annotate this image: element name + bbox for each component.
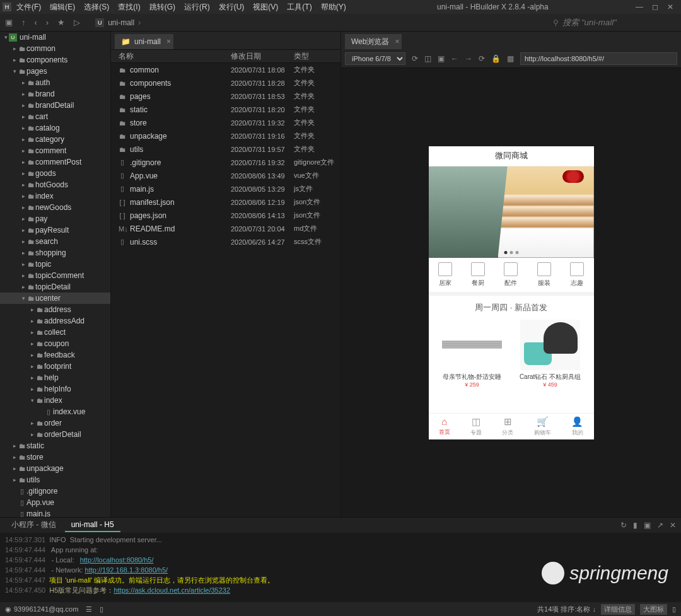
list-item[interactable]: 🖿pages2020/07/31 18:53文件夹 [111,90,340,103]
browser-toolbar-icon[interactable]: ▦ [507,54,514,63]
toolbar-icon[interactable]: ▣ [5,18,13,27]
tree-item[interactable]: ▸🖿brandDetail [0,100,110,111]
expand-icon[interactable]: ▸ [20,136,26,142]
url-input[interactable] [520,52,677,65]
device-select[interactable]: iPhone 6/7/8 [345,52,405,65]
tree-item[interactable]: ▸🖿orderDetail [0,429,110,440]
expand-icon[interactable]: ▸ [20,113,26,120]
expand-icon[interactable]: ▸ [29,340,35,347]
expand-icon[interactable]: ▾ [29,397,35,404]
list-item[interactable]: 🖿common2020/07/31 18:08文件夹 [111,63,340,76]
nav-tab[interactable]: ◫专题 [470,416,482,437]
menu-item[interactable]: 帮助(Y) [317,1,350,14]
view-mode-chip[interactable]: 详细信息 [601,604,635,615]
tab-close-icon[interactable]: × [166,37,171,46]
expand-icon[interactable]: ▸ [20,193,26,199]
tree-item[interactable]: ▸🖿store [0,451,110,463]
tree-item[interactable]: ▸🖿topicComment [0,270,110,281]
nav-tab[interactable]: ⌂首页 [439,416,450,436]
expand-icon[interactable]: ▸ [20,238,26,245]
category-item[interactable]: 配件 [504,262,518,288]
menu-item[interactable]: 编辑(E) [46,1,79,14]
expand-icon[interactable]: ▸ [29,431,35,438]
expand-icon[interactable]: ▸ [29,318,35,324]
tree-item[interactable]: ▸🖿unpackage [0,463,110,474]
expand-icon[interactable]: ▸ [20,227,26,233]
expand-icon[interactable]: ▸ [29,363,35,369]
tree-item[interactable]: ▸🖿index [0,190,110,202]
expand-icon[interactable]: ▸ [20,284,26,290]
view-mode-chip[interactable]: 大图标 [640,604,667,615]
tree-item[interactable]: ▸🖿components [0,54,110,66]
tree-item[interactable]: ▸🖿address [0,304,110,315]
list-header[interactable]: 名称 修改日期 类型 [111,49,340,63]
nav-tab[interactable]: 🛒购物车 [534,416,551,437]
maximize-icon[interactable]: ◻ [652,3,658,11]
expand-icon[interactable]: ▸ [20,204,26,211]
status-icon[interactable]: ▯ [100,605,103,613]
expand-icon[interactable]: ▸ [20,182,26,188]
browser-toolbar-icon[interactable]: ◫ [424,54,431,63]
tree-item[interactable]: ▸🖿brand [0,88,110,100]
expand-icon[interactable]: ▸ [20,159,26,165]
expand-icon[interactable]: ▾ [20,295,26,301]
tree-item[interactable]: ▯.gitignore [0,485,110,497]
list-item[interactable]: 🖿store2020/07/31 19:32文件夹 [111,116,340,129]
browser-toolbar-icon[interactable]: ▣ [438,54,445,63]
tree-item[interactable]: ▸🖿help [0,372,110,383]
console-icon[interactable]: ↗ [657,521,663,530]
category-item[interactable]: 居家 [438,262,452,288]
expand-icon[interactable]: ▸ [20,102,26,108]
file-tab[interactable]: 📁 uni-mall × [115,34,173,49]
expand-icon[interactable]: ▸ [20,216,26,222]
search-input[interactable] [562,18,676,27]
menu-item[interactable]: 选择(S) [80,1,113,14]
status-icon[interactable]: ▯ [672,605,676,613]
expand-icon[interactable]: ▾ [11,68,18,74]
category-item[interactable]: 餐厨 [471,262,485,288]
expand-icon[interactable]: ▸ [29,306,35,313]
tree-item[interactable]: ▸🖿payResult [0,224,110,236]
category-item[interactable]: 志趣 [570,262,584,288]
expand-icon[interactable]: ▸ [11,454,18,460]
menu-item[interactable]: 查找(I) [114,1,144,14]
expand-icon[interactable]: ▸ [11,465,18,472]
expand-icon[interactable]: ▸ [20,125,26,131]
tree-item[interactable]: ▸🖿feedback [0,349,110,361]
tree-item[interactable]: ▸🖿footprint [0,361,110,372]
expand-icon[interactable]: ▸ [29,420,35,426]
tree-item[interactable]: ▸🖿newGoods [0,202,110,213]
console-link[interactable]: https://ask.dcloud.net.cn/article/35232 [114,586,230,594]
tree-item[interactable]: ▸🖿auth [0,77,110,88]
menu-item[interactable]: 运行(R) [180,1,214,14]
tree-item[interactable]: ▸🖿order [0,417,110,429]
status-icon[interactable]: ☰ [86,605,92,613]
list-item[interactable]: M↓README.md2020/07/31 20:04md文件 [111,222,340,235]
browser-toolbar-icon[interactable]: 🔒 [491,54,501,63]
menu-item[interactable]: 工具(T) [283,1,315,14]
browser-toolbar-icon[interactable]: ⟳ [412,54,418,63]
category-item[interactable]: 服装 [537,262,551,288]
search-icon[interactable]: ⚲ [553,18,559,27]
browser-tab[interactable]: Web浏览器 × [345,34,402,49]
tree-item[interactable]: ▸🖿addressAdd [0,315,110,327]
tree-item[interactable]: ▾Uuni-mall [0,32,110,43]
tree-item[interactable]: ▯main.js [0,508,110,517]
expand-icon[interactable]: ▸ [11,45,18,52]
breadcrumb[interactable]: U uni-mall› [95,18,141,27]
tree-item[interactable]: ▯index.vue [0,406,110,417]
tree-item[interactable]: ▸🖿topicDetail [0,281,110,293]
tree-item[interactable]: ▸🖿search [0,236,110,247]
tree-item[interactable]: ▯App.vue [0,497,110,508]
tree-item[interactable]: ▸🖿utils [0,474,110,485]
expand-icon[interactable]: ▸ [29,329,35,335]
tree-item[interactable]: ▸🖿static [0,440,110,451]
list-item[interactable]: 🖿unpackage2020/07/31 19:16文件夹 [111,129,340,142]
tree-item[interactable]: ▸🖿common [0,43,110,54]
tree-item[interactable]: ▾🖿ucenter [0,293,110,304]
list-item[interactable]: 🖿components2020/07/31 18:28文件夹 [111,76,340,90]
console-icon[interactable]: ▮ [633,521,637,530]
tree-item[interactable]: ▸🖿topic [0,259,110,270]
toolbar-icon[interactable]: ↑ [21,18,26,27]
product-item[interactable]: Carat钻石 不粘厨具组¥ 459 [519,320,582,388]
